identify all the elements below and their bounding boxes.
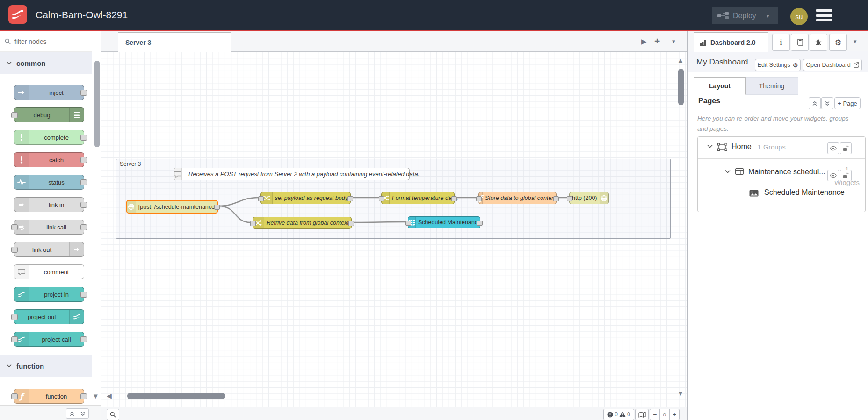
tree-widget-name[interactable]: Scheduled Maintenance — [764, 188, 845, 197]
palette-node-link-out[interactable]: link out — [14, 242, 84, 257]
main-menu-icon[interactable] — [816, 9, 832, 21]
comment-node[interactable]: Receives a POST request from Server 2 wi… — [174, 168, 410, 180]
function-node-store-global[interactable]: ƒ Store data to global context — [478, 192, 557, 204]
dashboard-tree: Home 1 Groups 1 Widgets Maintenance sche… — [697, 136, 866, 212]
palette-category-common[interactable]: common — [0, 52, 92, 74]
tab-server-3[interactable]: Server 3 — [118, 32, 231, 52]
canvas-search-button[interactable] — [107, 409, 119, 420]
pages-expand-all-button[interactable] — [821, 97, 833, 109]
debug-tab-button[interactable] — [810, 34, 827, 51]
info-tab-button[interactable]: i — [772, 34, 790, 51]
change-node-format-temp[interactable]: Format temperature data. — [381, 192, 455, 204]
h-scrollbar-thumb[interactable] — [127, 393, 225, 399]
palette-node-link-in[interactable]: link in — [14, 197, 84, 212]
palette-node-inject[interactable]: inject — [14, 85, 84, 100]
tree-page-name[interactable]: Home — [731, 142, 752, 151]
zoom-out-button[interactable]: − — [650, 409, 660, 420]
node-port — [11, 393, 18, 399]
lock-toggle-button[interactable] — [840, 170, 852, 181]
node-port-in[interactable] — [379, 196, 384, 201]
node-port — [11, 224, 18, 230]
node-port-out[interactable] — [348, 221, 354, 226]
palette-footer — [0, 405, 101, 420]
notification-counts[interactable]: 0 0 — [603, 409, 634, 420]
sidebar-tabs-chevron-icon[interactable]: ▾ — [854, 38, 857, 45]
tree-group-name[interactable]: Maintenance schedul... — [748, 168, 825, 176]
scroll-up-icon[interactable]: ▲ — [677, 57, 684, 64]
external-link-icon — [854, 62, 859, 68]
page-icon — [717, 143, 727, 151]
zoom-in-button[interactable]: + — [670, 409, 679, 420]
node-port-in[interactable] — [567, 196, 572, 201]
http-in-node[interactable]: [post] /schedule-maintenance — [126, 200, 218, 214]
flow-canvas[interactable]: Server 3 Receives a POST request from Se… — [101, 52, 687, 407]
add-flow-icon[interactable]: + — [654, 36, 660, 47]
node-port-in[interactable] — [250, 221, 256, 226]
node-port-in[interactable] — [405, 221, 411, 226]
palette-node-comment[interactable]: comment — [14, 264, 84, 279]
v-scrollbar-thumb[interactable] — [678, 69, 684, 105]
node-port — [11, 314, 18, 320]
node-port-out[interactable] — [553, 196, 559, 201]
filter-nodes-input[interactable] — [14, 37, 86, 46]
palette-category-function[interactable]: function — [0, 355, 92, 377]
help-tab-button[interactable] — [791, 34, 809, 51]
deploy-button[interactable]: Deploy ▾ — [712, 7, 778, 24]
add-page-button[interactable]: + Page — [834, 97, 861, 109]
palette-node-function[interactable]: ƒ function — [14, 389, 84, 404]
palette-node-status[interactable]: status — [14, 175, 84, 190]
avatar[interactable]: su — [790, 8, 808, 25]
lock-toggle-button[interactable] — [840, 142, 852, 154]
scroll-down-icon[interactable]: ▼ — [92, 392, 99, 400]
palette-node-link-call[interactable]: link call — [14, 220, 84, 235]
node-port — [80, 135, 87, 141]
node-port-out[interactable] — [477, 221, 483, 226]
visibility-toggle-button[interactable] — [827, 170, 839, 181]
tab-layout[interactable]: Layout — [694, 77, 746, 95]
palette-node-complete[interactable]: complete — [14, 130, 84, 145]
tab-dashboard-2[interactable]: Dashboard 2.0 — [694, 32, 768, 52]
palette-node-project-call[interactable]: project call — [14, 332, 84, 347]
visibility-toggle-button[interactable] — [827, 142, 839, 154]
tab-theming[interactable]: Theming — [745, 77, 798, 95]
node-port-out[interactable] — [451, 196, 457, 201]
tab-list-chevron-icon[interactable]: ▾ — [672, 38, 675, 45]
palette-scrollbar-thumb[interactable] — [94, 61, 100, 147]
http-response-node[interactable]: http (200) — [569, 192, 609, 204]
open-dashboard-button[interactable]: Open Dashboard — [803, 59, 862, 71]
exclamation-icon — [14, 153, 29, 167]
scroll-down-icon[interactable]: ▼ — [677, 390, 684, 397]
node-port — [80, 90, 87, 96]
palette-node-debug[interactable]: debug — [14, 107, 84, 122]
palette-node-project-in[interactable]: project in — [14, 287, 84, 302]
change-node-retrieve-global[interactable]: Retrive data from global context — [253, 217, 352, 229]
ui-table-node[interactable]: Scheduled Maintenance — [408, 216, 480, 228]
deploy-chevron-down-icon[interactable]: ▾ — [762, 13, 774, 19]
chevron-down-icon[interactable] — [725, 170, 731, 174]
node-port-in[interactable] — [476, 196, 482, 201]
palette-node-catch[interactable]: catch — [14, 152, 84, 167]
change-node-set-payload[interactable]: set payload as request body — [260, 192, 351, 204]
next-tab-icon[interactable]: ▶ — [641, 37, 647, 46]
book-icon — [796, 39, 803, 46]
node-port-in[interactable] — [258, 196, 264, 201]
scroll-left-icon[interactable]: ◀ — [107, 392, 112, 399]
node-port — [80, 202, 87, 208]
navigator-button[interactable] — [635, 409, 649, 420]
node-port — [80, 292, 87, 298]
chevron-down-icon[interactable] — [707, 144, 713, 149]
palette-filter — [0, 31, 92, 52]
flow-workspace: Server 3 ▶ + ▾ Server 3 Receives a POST … — [101, 31, 687, 420]
node-port-out[interactable] — [214, 205, 220, 210]
pages-collapse-all-button[interactable] — [809, 97, 821, 109]
palette-node-project-out[interactable]: project out — [14, 309, 84, 324]
config-tab-button[interactable]: ⚙ — [829, 34, 847, 51]
node-port-out[interactable] — [347, 196, 353, 201]
deploy-nodes-icon — [717, 12, 729, 19]
zoom-reset-button[interactable]: ○ — [660, 409, 670, 420]
edit-settings-button[interactable]: Edit Settings ⚙ — [755, 59, 801, 71]
node-port — [80, 179, 87, 185]
expand-all-button[interactable] — [77, 408, 89, 419]
info-icon: i — [780, 38, 782, 47]
deploy-label: Deploy — [733, 12, 756, 20]
